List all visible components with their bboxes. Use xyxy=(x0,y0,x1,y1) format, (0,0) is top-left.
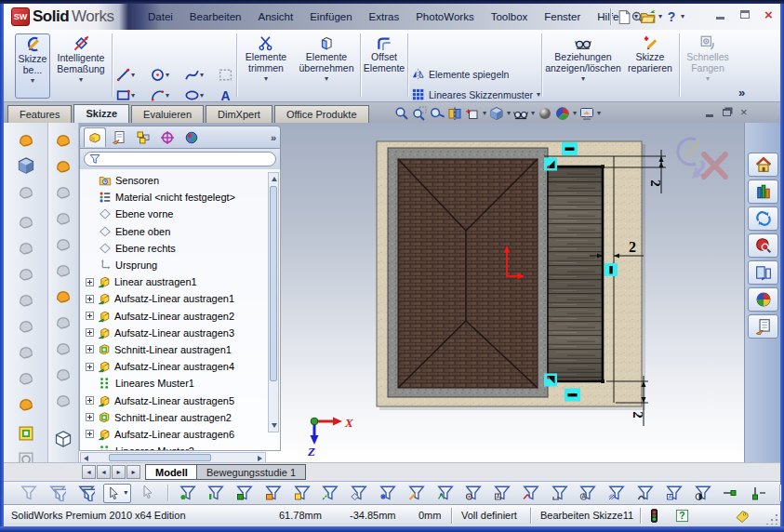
filter-axes-icon[interactable] xyxy=(322,485,339,501)
dropdown-icon[interactable]: ▾ xyxy=(264,75,268,83)
line-tool[interactable]: ▾ xyxy=(115,67,135,83)
filter-faces-icon[interactable] xyxy=(236,485,253,501)
open-dropdown-icon[interactable]: ▾ xyxy=(658,13,662,20)
revolve-boss-icon[interactable] xyxy=(54,130,73,149)
solidworks-resources-button[interactable] xyxy=(748,153,778,177)
filter-connection-points-icon[interactable] xyxy=(751,485,768,501)
ribbon-overflow-icon[interactable]: » xyxy=(738,86,745,100)
tree-item-aufsatz6[interactable]: Aufsatz-Linear austragen6 xyxy=(80,426,280,443)
first-tab-button[interactable]: ◂ xyxy=(82,465,96,479)
reference-plane-icon[interactable] xyxy=(54,286,73,305)
maximize-button[interactable] xyxy=(737,7,752,21)
ellipse-tool[interactable]: ▾ xyxy=(184,87,204,103)
help-icon[interactable] xyxy=(664,9,679,24)
trim-entities-button[interactable]: Elementetrimmen ▾ xyxy=(239,33,293,99)
apply-scene-icon[interactable] xyxy=(555,106,570,121)
tree-filter-input[interactable] xyxy=(84,152,276,166)
menu-fenster[interactable]: Fenster xyxy=(536,9,589,24)
last-tab-button[interactable]: ▸ xyxy=(126,465,140,479)
filter-vertices-icon[interactable] xyxy=(179,485,196,501)
help-dropdown-icon[interactable]: ▾ xyxy=(681,13,684,20)
select-region-tool[interactable] xyxy=(218,67,233,83)
tab-propertymanager[interactable] xyxy=(108,127,130,147)
tree-item-aufsatz1[interactable]: Aufsatz-Linear austragen1 xyxy=(80,290,280,307)
cut-extrude-icon[interactable] xyxy=(17,424,35,443)
tree-item-linear-austragen1[interactable]: Linear austragen1 xyxy=(80,273,280,290)
swept-boss-icon[interactable] xyxy=(17,130,35,149)
tree-item-lineares-muster1[interactable]: Lineares Muster1 xyxy=(80,375,280,392)
filter-sketch-segments-icon[interactable] xyxy=(437,485,454,501)
clear-all-filters-icon[interactable] xyxy=(20,485,37,501)
filter-centerline-icon[interactable] xyxy=(523,485,539,501)
display-delete-relations-button[interactable]: Beziehungenanzeigen/löschen ▾ xyxy=(544,33,622,99)
dropdown-icon[interactable]: ▾ xyxy=(31,77,34,85)
manager-overflow-icon[interactable]: » xyxy=(271,132,276,143)
appearances-button[interactable] xyxy=(748,287,778,312)
filter-weld-beads-icon[interactable] xyxy=(637,485,654,501)
tab-configurationmanager[interactable] xyxy=(132,127,154,147)
tab-evaluieren[interactable]: Evaluieren xyxy=(131,105,204,123)
minimize-button[interactable] xyxy=(712,7,728,21)
revolve-cut-icon[interactable] xyxy=(54,156,73,175)
tab-dimxpertmanager[interactable] xyxy=(156,127,179,147)
expand-icon[interactable] xyxy=(86,345,94,353)
tree-item-sensoren[interactable]: Sensoren xyxy=(80,172,280,189)
hide-show-items-icon[interactable] xyxy=(513,106,528,121)
tab-dimxpert[interactable]: DimXpert xyxy=(206,105,272,123)
filter-hatch-icon[interactable] xyxy=(608,485,625,501)
expand-icon[interactable] xyxy=(86,312,94,320)
tab-bewegungsstudie[interactable]: Bewegungsstudie 1 xyxy=(196,464,306,480)
zoom-to-fit-icon[interactable] xyxy=(394,106,409,121)
scrollbar-thumb[interactable] xyxy=(270,186,277,381)
tree-item-aufsatz4[interactable]: Aufsatz-Linear austragen4 xyxy=(80,358,280,375)
offset-entities-button[interactable]: OffsetElemente xyxy=(362,33,406,99)
expand-icon[interactable] xyxy=(86,396,94,405)
dropdown-icon[interactable]: ▾ xyxy=(79,76,83,84)
menu-bearbeiten[interactable]: Bearbeiten xyxy=(181,9,250,24)
filter-surface-bodies-icon[interactable] xyxy=(265,485,282,501)
filter-sketch-points-icon[interactable] xyxy=(379,485,396,501)
menu-datei[interactable]: Datei xyxy=(140,9,181,24)
filter-solid-bodies-icon[interactable] xyxy=(294,485,311,501)
filter-edges-icon[interactable] xyxy=(207,485,224,501)
new-document-icon[interactable] xyxy=(617,9,632,25)
view-cube-icon[interactable] xyxy=(54,430,73,448)
tree-item-schnitt1[interactable]: Schnitt-Linear austragen1 xyxy=(80,341,280,358)
tree-item-ebene-oben[interactable]: Ebene oben xyxy=(80,223,280,240)
filter-center-marks-icon[interactable]: A xyxy=(494,485,511,501)
filter-sketches-icon[interactable] xyxy=(408,485,425,501)
tree-item-ebene-rechts[interactable]: Ebene rechts xyxy=(80,240,280,257)
tree-item-aufsatz5[interactable]: Aufsatz-Linear austragen5 xyxy=(80,392,280,408)
scrollbar-thumb[interactable] xyxy=(109,454,211,461)
prev-tab-button[interactable]: ◂ xyxy=(97,465,111,479)
open-document-icon[interactable] xyxy=(640,8,657,25)
arc-tool[interactable]: ▾ xyxy=(150,87,169,103)
smart-dimension-button[interactable]: IntelligenteBemaßung ▾ xyxy=(52,33,110,99)
expand-icon[interactable] xyxy=(86,295,94,303)
tree-item-aufsatz3[interactable]: Aufsatz-Linear austragen3 xyxy=(80,325,280,341)
tab-displaymanager[interactable] xyxy=(180,127,203,147)
tree-item-lineares-muster2[interactable]: Lineares Muster2 xyxy=(80,443,280,451)
tree-item-aufsatz2[interactable]: Aufsatz-Linear austragen2 xyxy=(80,308,280,325)
extruded-boss-icon[interactable] xyxy=(17,156,35,175)
tab-modell[interactable]: Modell xyxy=(145,464,198,480)
tree-vertical-scrollbar[interactable] xyxy=(268,172,279,432)
doc-minimize-button[interactable] xyxy=(706,107,713,117)
view-palette-button[interactable] xyxy=(748,260,778,285)
circle-tool[interactable]: ▾ xyxy=(150,67,169,83)
dropdown-icon[interactable]: ▾ xyxy=(507,110,511,117)
mirror-entities-button[interactable]: Elemente spiegeln xyxy=(411,67,509,81)
custom-properties-button[interactable] xyxy=(748,314,778,339)
close-button[interactable]: × xyxy=(761,7,777,21)
filter-midpoints-icon[interactable] xyxy=(465,485,482,501)
solidworks-search-button[interactable] xyxy=(748,233,778,258)
tree-horizontal-scrollbar[interactable] xyxy=(80,452,266,463)
expand-icon[interactable] xyxy=(86,363,94,371)
menu-toolbox[interactable]: Toolbox xyxy=(483,9,537,24)
previous-view-icon[interactable] xyxy=(428,103,447,123)
filter-dimensions-icon[interactable] xyxy=(551,485,568,501)
roof-tiles[interactable] xyxy=(398,159,538,388)
dropdown-icon[interactable]: ▾ xyxy=(531,110,535,117)
repair-sketch-button[interactable]: Skizzereparieren xyxy=(624,33,676,99)
expand-icon[interactable] xyxy=(86,328,94,337)
